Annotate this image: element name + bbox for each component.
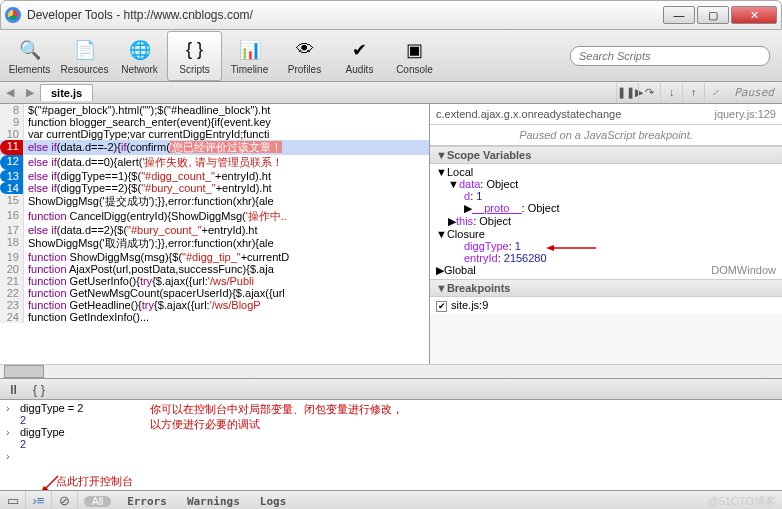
annotation-modify: 你可以在控制台中对局部变量、闭包变量进行修改， 以方便进行必要的调试 — [150, 402, 403, 432]
callstack-fn: c.extend.ajax.g.x.onreadystatechange — [436, 108, 621, 120]
timeline-tab[interactable]: 📊Timeline — [222, 31, 277, 81]
console-tab[interactable]: ▣Console — [387, 31, 442, 81]
filter-all[interactable]: All — [84, 496, 111, 507]
console-input: diggType — [20, 426, 65, 438]
dock-button[interactable]: ▭ — [0, 491, 26, 509]
nav-back[interactable]: ◀ — [0, 83, 20, 103]
chrome-icon — [5, 7, 21, 23]
console-input: diggType = 2 — [20, 402, 83, 414]
search-input[interactable] — [570, 46, 770, 66]
minimize-button[interactable]: — — [663, 6, 695, 24]
step-into-button[interactable]: ↓ — [660, 83, 682, 103]
filter-errors[interactable]: Errors — [117, 495, 177, 508]
timeline-icon: 📊 — [237, 37, 263, 63]
window-title: Developer Tools - http://www.cnblogs.com… — [27, 8, 663, 22]
scope-global[interactable]: Global — [444, 264, 476, 277]
footer: ▭ ›≡ ⊘ All Errors Warnings Logs @51CTO博客 — [0, 490, 782, 509]
svg-marker-1 — [546, 245, 554, 251]
resources-tab[interactable]: 📄Resources — [57, 31, 112, 81]
code-pane[interactable]: 8$("#pager_block").html("");$("#headline… — [0, 104, 430, 364]
network-icon: 🌐 — [127, 37, 153, 63]
audits-icon: ✔ — [347, 37, 373, 63]
scripts-tab[interactable]: { }Scripts — [167, 31, 222, 81]
deactivate-bp-button[interactable]: ⟋ — [704, 83, 726, 103]
profiles-icon: 👁 — [292, 37, 318, 63]
h-scrollbar[interactable] — [0, 364, 782, 378]
maximize-button[interactable]: ▢ — [697, 6, 729, 24]
filter-warnings[interactable]: Warnings — [177, 495, 250, 508]
breakpoint-msg: Paused on a JavaScript breakpoint. — [430, 125, 782, 146]
nav-fwd[interactable]: ▶ — [20, 83, 40, 103]
elements-icon: 🔍 — [17, 37, 43, 63]
console-output: 2 — [6, 438, 776, 450]
file-tab[interactable]: site.js — [40, 84, 93, 101]
watermark: @51CTO博客 — [708, 494, 776, 509]
annotation-open: 点此打开控制台 — [56, 474, 133, 489]
breakpoint-item[interactable]: site.js:9 — [451, 299, 488, 311]
elements-tab[interactable]: 🔍Elements — [2, 31, 57, 81]
callstack-row[interactable]: c.extend.ajax.g.x.onreadystatechange jqu… — [430, 104, 782, 125]
scripts-icon: { } — [182, 37, 208, 63]
close-button[interactable]: ✕ — [731, 6, 777, 24]
scope-section[interactable]: ▼Scope Variables — [430, 146, 782, 164]
paused-label: Paused — [726, 86, 782, 99]
resources-icon: 📄 — [72, 37, 98, 63]
console-pause-icon[interactable]: ⏸ — [0, 382, 26, 397]
breakpoints-section[interactable]: ▼Breakpoints — [430, 279, 782, 297]
tabstrip: ◀ ▶ site.js ❚❚▶ ↷ ↓ ↑ ⟋ Paused — [0, 82, 782, 104]
step-over-button[interactable]: ↷ — [638, 83, 660, 103]
step-out-button[interactable]: ↑ — [682, 83, 704, 103]
scope-closure[interactable]: Closure — [447, 228, 485, 240]
filter-logs[interactable]: Logs — [250, 495, 297, 508]
scope-local[interactable]: Local — [447, 166, 473, 178]
profiles-tab[interactable]: 👁Profiles — [277, 31, 332, 81]
pause-button[interactable]: ❚❚▶ — [616, 83, 638, 103]
bp-checkbox[interactable]: ✔ — [436, 301, 447, 312]
titlebar: Developer Tools - http://www.cnblogs.com… — [0, 0, 782, 30]
toolbar: 🔍Elements 📄Resources 🌐Network { }Scripts… — [0, 30, 782, 82]
show-console-button[interactable]: ›≡ — [26, 491, 52, 509]
clear-button[interactable]: ⊘ — [52, 491, 78, 509]
callstack-loc: jquery.js:129 — [714, 108, 776, 120]
audits-tab[interactable]: ✔Audits — [332, 31, 387, 81]
console[interactable]: ›diggType = 2 2 ›diggType 2 › 你可以在控制台中对局… — [0, 400, 782, 490]
network-tab[interactable]: 🌐Network — [112, 31, 167, 81]
console-braces-icon[interactable]: { } — [26, 382, 52, 397]
scope-pane[interactable]: c.extend.ajax.g.x.onreadystatechange jqu… — [430, 104, 782, 364]
console-icon: ▣ — [402, 37, 428, 63]
